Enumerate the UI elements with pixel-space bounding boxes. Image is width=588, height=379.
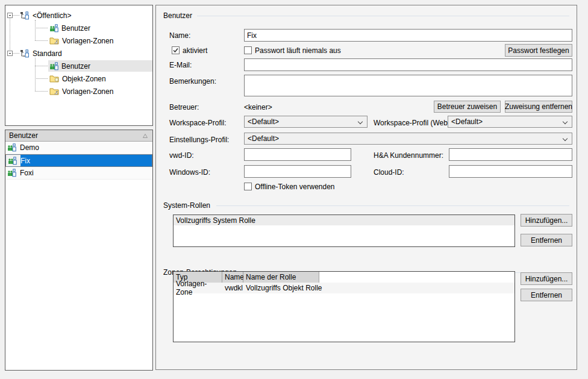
zone-tree-panel: <Öffentlich> Benutzer Vorlagen-Zonen Sta… [5,5,153,126]
user-name: Demo [20,143,39,152]
group-title-system-rollen: System-Rollen [163,201,210,210]
tree-node-benutzer-oeffentlich[interactable]: Benutzer [5,22,152,34]
user-detail-panel: Benutzer Name: aktiviert Passwort läuft … [155,5,577,370]
vwd-id-input[interactable] [244,148,351,161]
tree-node-benutzer-standard[interactable]: Benutzer [5,60,152,72]
offline-token-checkbox[interactable] [244,183,252,190]
checkbox-check-icon [172,47,179,54]
tree-node-vorlagen-zonen-standard[interactable]: Vorlagen-Zonen [5,85,152,98]
windows-id-input[interactable] [244,165,351,178]
workspace-profil-web-value: <Default> [451,117,483,126]
column-header-name-der-rolle[interactable]: Name der Rolle [243,272,319,283]
column-header-label: Name der Rolle [246,273,296,281]
tree-node-standard[interactable]: Standard [5,47,152,60]
passwort-niemals-checkbox[interactable] [244,46,252,54]
cell-name: vwdkl [222,283,243,293]
system-rollen-list: Vollzugriffs System Rolle [173,215,515,247]
sort-ascending-icon [142,133,148,139]
org-node-icon [20,11,30,20]
column-header-label: Name [225,273,244,281]
bemerkungen-label: Bemerkungen: [169,77,216,86]
user-list-panel: Benutzer Demo Fix Foxi [5,130,153,371]
passwort-niemals-label: Passwort läuft niemals aus [255,46,341,55]
betreuer-zuweisen-button[interactable]: Betreuer zuweisen [434,101,501,113]
betreuer-value: <keiner> [244,103,272,111]
tree-node-oeffentlich[interactable]: <Öffentlich> [5,9,152,22]
windows-id-label: Windows-ID: [169,168,210,177]
org-node-icon [20,49,30,58]
user-list-item-demo[interactable]: Demo [5,142,152,154]
bemerkungen-textarea[interactable] [244,75,572,96]
name-label: Name: [169,31,190,40]
chevron-down-icon [358,119,363,124]
einstellungs-profil-value: <Default> [248,134,279,143]
aktiviert-checkbox[interactable] [172,46,180,54]
einstellungs-profil-dropdown[interactable]: <Default> [244,133,572,145]
workspace-profil-value: <Default> [248,117,279,126]
tree-node-label: Vorlagen-Zonen [62,87,113,96]
tree-node-label: Standard [33,49,62,58]
user-name: Foxi [20,169,34,177]
ha-kundennummer-input[interactable] [449,148,572,161]
zonen-hinzufuegen-button[interactable]: Hinzufügen... [521,272,572,285]
zonen-entfernen-button[interactable]: Entfernen [521,289,572,301]
user-list-item-fix[interactable]: Fix [5,154,152,167]
users-icon [8,157,17,165]
system-rolle-item[interactable]: Vollzugriffs System Rolle [174,215,514,225]
ha-kundennummer-label: H&A Kundennummer: [374,151,443,160]
tree-node-objekt-zonen[interactable]: Objekt-Zonen [5,72,152,85]
einstellungs-profil-label: Einstellungs-Profil: [169,136,229,144]
zonen-berechtigungen-table: Typ Name Name der Rolle Vorlagen-Zone vw… [173,271,515,342]
workspace-profil-label: Workspace-Profil: [169,119,226,127]
folder-zone-icon [49,37,59,45]
tree-node-label: <Öffentlich> [33,11,72,20]
workspace-profil-dropdown[interactable]: <Default> [244,116,367,128]
chevron-down-icon [563,136,568,141]
users-icon [49,24,58,33]
table-row[interactable]: Vorlagen-Zone vwdkl Vollzugriffs Objekt … [174,283,514,293]
tree-node-vorlagen-zonen-oeffentlich[interactable]: Vorlagen-Zonen [5,34,152,47]
app-window: <Öffentlich> Benutzer Vorlagen-Zonen Sta… [0,0,588,379]
zuweisung-entfernen-button[interactable]: Zuweisung entfernen [505,101,572,113]
workspace-profil-web-dropdown[interactable]: <Default> [448,116,572,128]
tree-node-label: Benutzer [61,62,90,70]
tree-node-label: Objekt-Zonen [62,75,106,83]
offline-token-label: Offline-Token verwenden [255,183,335,191]
passwort-festlegen-button[interactable]: Passwort festlegen [505,44,572,57]
user-list-header-label: Benutzer [9,131,38,140]
system-rolle-name: Vollzugriffs System Rolle [176,216,255,225]
user-list-item-foxi[interactable]: Foxi [5,167,152,180]
folder-object-icon [49,75,59,83]
aktiviert-label: aktiviert [183,46,207,55]
system-rollen-entfernen-button[interactable]: Entfernen [521,234,572,246]
user-name: Fix [20,157,30,165]
vwd-id-label: vwd-ID: [169,151,194,160]
group-title-benutzer: Benutzer [163,11,192,20]
group-divider [197,16,569,16]
collapse-toggle-icon[interactable] [7,13,13,18]
users-icon [7,169,16,177]
collapse-toggle-icon[interactable] [7,51,13,56]
tree-node-label: Vorlagen-Zonen [62,37,113,45]
cell-typ: Vorlagen-Zone [174,283,222,293]
users-icon [7,143,16,152]
column-header-name[interactable]: Name [222,272,243,283]
email-input[interactable] [244,58,572,71]
chevron-down-icon [563,119,568,124]
tree-node-label: Benutzer [61,24,90,33]
name-input[interactable] [244,29,572,42]
betreuer-label: Betreuer: [169,103,199,111]
email-label: E-Mail: [169,61,192,69]
user-list-column-header[interactable]: Benutzer [5,130,152,142]
workspace-profil-web-label: Workspace-Profil (Web): [374,119,452,127]
system-rollen-hinzufuegen-button[interactable]: Hinzufügen... [521,214,572,227]
cloud-id-label: Cloud-ID: [374,168,404,177]
group-divider [216,205,569,206]
cloud-id-input[interactable] [449,165,572,178]
cell-rolle: Vollzugriffs Objekt Rolle [243,283,352,293]
users-icon [49,62,58,70]
folder-zone-icon [49,87,59,95]
